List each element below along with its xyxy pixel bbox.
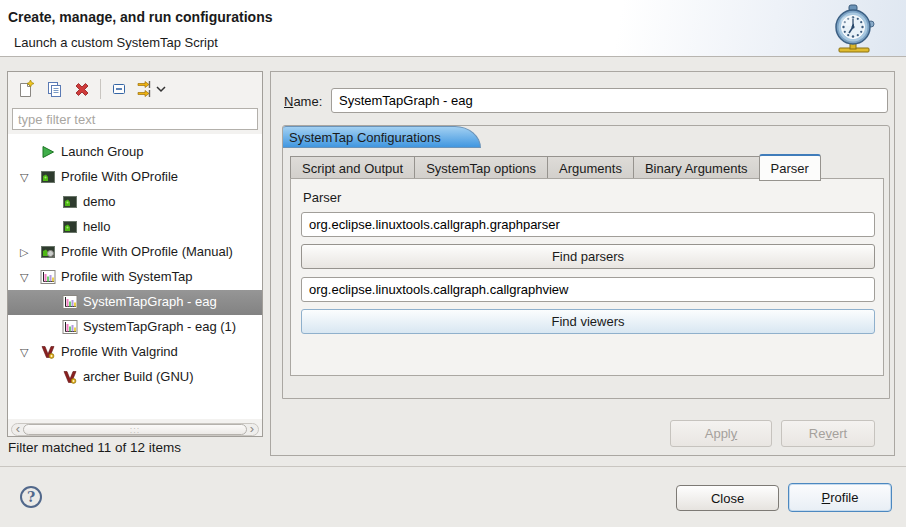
filter-status-text: Filter matched 11 of 12 items (8, 440, 181, 455)
launch-configuration-dialog: Create, manage, and run configurations L… (0, 0, 906, 527)
name-input[interactable] (331, 88, 888, 113)
configuration-tabs: Script and Output SystemTap options Argu… (290, 153, 820, 180)
help-button[interactable]: ? (20, 486, 42, 508)
tree-item-profile-systemtap[interactable]: ▽ Profile with SystemTap (8, 265, 262, 290)
page-title: Create, manage, and run configurations (8, 9, 273, 25)
parser-class-input[interactable] (301, 212, 875, 237)
scrollbar-grip-icon: ::: (130, 425, 141, 435)
tree-item-profile-oprofile[interactable]: ▽ Profile With OProfile (8, 165, 262, 190)
systemtap-configurations-group: SystemTap Configurations Script and Outp… (282, 125, 890, 399)
revert-button[interactable]: Revert (781, 420, 875, 447)
valgrind-icon (40, 344, 56, 363)
tree-item-launch-group[interactable]: Launch Group (8, 140, 262, 165)
tab-script-and-output[interactable]: Script and Output (290, 156, 415, 180)
systemtap-chart-icon (62, 319, 78, 338)
tree-item-profile-valgrind[interactable]: ▽ Profile With Valgrind (8, 340, 262, 365)
ctab-systemtap-configurations[interactable]: SystemTap Configurations (283, 126, 481, 148)
systemtap-stopwatch-icon (824, 3, 882, 60)
oprofile-icon (40, 169, 56, 188)
parser-tab-content: Parser Find parsers Find viewers (290, 178, 884, 376)
tree-item-hello[interactable]: hello (8, 215, 262, 240)
find-viewers-button[interactable]: Find viewers (301, 309, 875, 334)
close-button[interactable]: Close (676, 485, 779, 511)
tab-systemtap-options[interactable]: SystemTap options (414, 156, 548, 180)
systemtap-chart-icon (40, 269, 56, 288)
tab-binary-arguments[interactable]: Binary Arguments (633, 156, 760, 180)
configuration-detail-panel: Name: SystemTap Configurations Script an… (270, 71, 895, 456)
footer-separator (0, 466, 906, 467)
expander-expanded-icon[interactable]: ▽ (20, 270, 34, 284)
scrollbar-thumb[interactable]: ::: (23, 424, 247, 435)
toolbar-separator (100, 79, 101, 99)
tab-parser[interactable]: Parser (759, 154, 821, 181)
page-subtitle: Launch a custom SystemTap Script (14, 35, 218, 50)
valgrind-icon (62, 369, 78, 388)
apply-button[interactable]: Apply (670, 420, 772, 447)
oprofile-manual-icon (40, 244, 56, 263)
expander-collapsed-icon[interactable]: ▷ (20, 245, 34, 259)
scroll-right-icon[interactable]: › (246, 423, 258, 435)
find-parsers-button[interactable]: Find parsers (301, 244, 875, 269)
filter-configurations-button[interactable] (135, 77, 169, 101)
oprofile-icon (62, 219, 78, 238)
duplicate-configuration-button[interactable] (42, 77, 66, 101)
name-label: Name: (284, 94, 322, 109)
tree-item-systemtapgraph-eag[interactable]: SystemTapGraph - eag (8, 290, 262, 315)
tree-item-demo[interactable]: demo (8, 190, 262, 215)
profile-button[interactable]: Profile (788, 483, 892, 512)
configurations-panel: Launch Group ▽ Profile With OProfile dem… (7, 71, 263, 437)
horizontal-scrollbar[interactable]: ‹ ::: › (11, 423, 259, 436)
configurations-tree: Launch Group ▽ Profile With OProfile dem… (8, 134, 262, 419)
viewer-class-input[interactable] (301, 277, 875, 302)
collapse-all-button[interactable] (107, 77, 131, 101)
expander-expanded-icon[interactable]: ▽ (20, 170, 34, 184)
configurations-toolbar (8, 72, 262, 105)
tree-item-systemtapgraph-eag-1[interactable]: SystemTapGraph - eag (1) (8, 315, 262, 340)
oprofile-icon (62, 194, 78, 213)
tree-item-archer-build[interactable]: archer Build (GNU) (8, 365, 262, 390)
tab-arguments[interactable]: Arguments (547, 156, 634, 180)
launch-group-icon (40, 144, 56, 163)
systemtap-chart-icon (62, 294, 78, 313)
parser-section-label: Parser (303, 190, 341, 205)
ctab-header: SystemTap Configurations (283, 126, 889, 148)
expander-expanded-icon[interactable]: ▽ (20, 345, 34, 359)
filter-input[interactable] (12, 108, 258, 130)
question-mark-icon: ? (27, 489, 35, 505)
new-configuration-button[interactable] (14, 77, 38, 101)
delete-configuration-button[interactable] (70, 77, 94, 101)
tree-item-profile-oprofile-manual[interactable]: ▷ Profile With OProfile (Manual) (8, 240, 262, 265)
dialog-header: Create, manage, and run configurations L… (0, 0, 906, 57)
